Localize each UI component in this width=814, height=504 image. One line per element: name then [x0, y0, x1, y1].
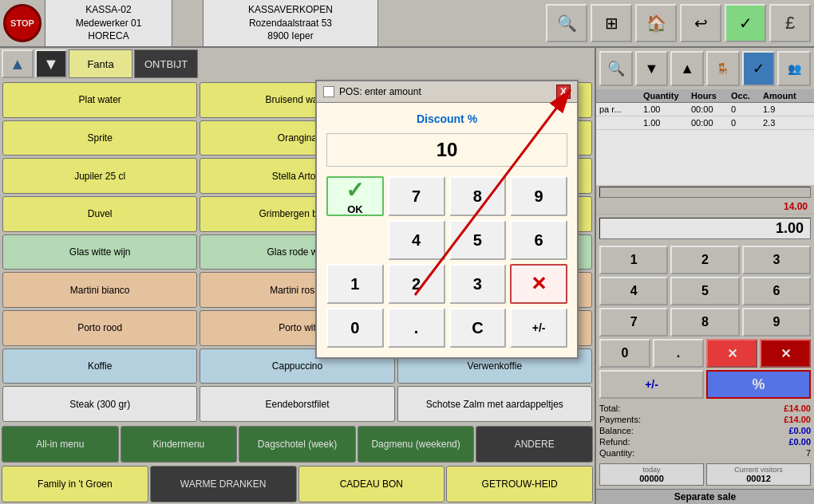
modal-btn-dot[interactable]: . — [388, 308, 445, 348]
modal-cancel-button[interactable]: ✕ — [510, 264, 567, 304]
modal-titlebar: POS: enter amount X — [317, 81, 577, 103]
modal-btn-5[interactable]: 5 — [449, 220, 507, 260]
modal-btn-6[interactable]: 6 — [510, 220, 567, 260]
modal-btn-c[interactable]: C — [449, 308, 507, 348]
modal-body: Discount % 10 7 8 9 ✓ OK 4 5 6 1 2 3 ✕ — [317, 103, 577, 357]
modal-btn-plusminus[interactable]: +/- — [510, 308, 567, 348]
modal-btn-8[interactable]: 8 — [449, 176, 507, 216]
modal-btn-9[interactable]: 9 — [510, 176, 567, 216]
modal-ok-button[interactable]: ✓ OK — [326, 176, 384, 216]
modal-btn-0[interactable]: 0 — [326, 308, 384, 348]
modal-close-button[interactable]: X — [556, 85, 571, 99]
modal-title: POS: enter amount — [339, 86, 551, 97]
modal-overlay: POS: enter amount X Discount % 10 7 8 9 … — [0, 0, 814, 504]
modal-btn-3[interactable]: 3 — [449, 264, 507, 304]
modal-display: 10 — [326, 133, 567, 167]
modal-checkbox[interactable] — [323, 86, 334, 97]
modal-btn-4[interactable]: 4 — [388, 220, 445, 260]
modal-btn-2[interactable]: 2 — [388, 264, 445, 304]
modal-dialog: POS: enter amount X Discount % 10 7 8 9 … — [315, 80, 579, 359]
modal-discount-label: Discount % — [326, 112, 567, 125]
modal-btn-1[interactable]: 1 — [326, 264, 384, 304]
modal-btn-7[interactable]: 7 — [388, 176, 445, 216]
